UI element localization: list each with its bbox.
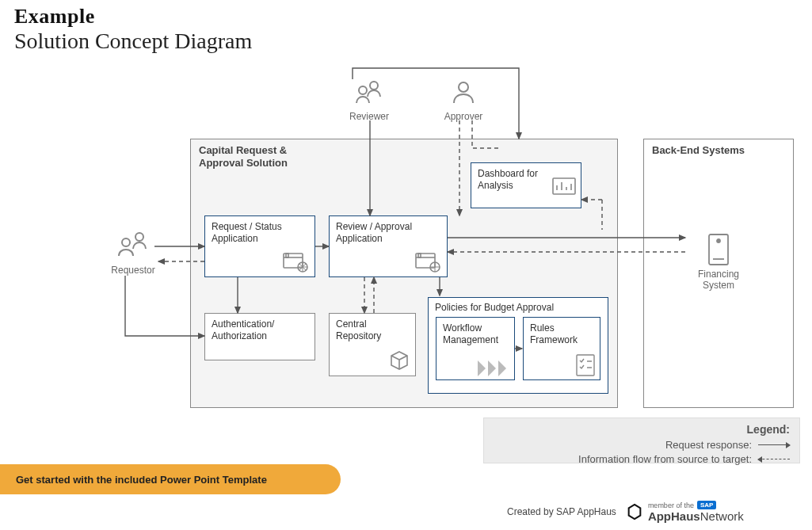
server-icon <box>708 234 729 265</box>
requestor-label: Requestor <box>101 265 165 276</box>
card-dashboard-label: Dashboard for Analysis <box>478 168 541 192</box>
footer-member-of: member of the <box>648 501 694 509</box>
chevrons-right-icon <box>478 360 509 376</box>
card-auth: Authentication/ Authorization <box>204 313 315 360</box>
card-request-status: Request / Status Application <box>204 215 315 277</box>
legend-info-flow: Information flow from source to target: <box>578 453 752 465</box>
reviewer-label: Reviewer <box>337 111 401 122</box>
cta-get-started-label: Get started with the included Power Poin… <box>16 474 267 486</box>
card-rules: Rules Framework <box>523 317 600 380</box>
approver-user-icon <box>449 79 478 108</box>
hexagon-icon <box>626 503 643 520</box>
web-app-icon <box>283 253 310 273</box>
footer-brand-bold: AppHaus <box>648 509 700 523</box>
svg-rect-14 <box>577 355 594 376</box>
approver-label: Approver <box>432 111 495 122</box>
solution-container-title: Capital Request & Approval Solution <box>199 144 310 170</box>
card-review-approval: Review / Approval Application <box>329 215 448 277</box>
svg-point-2 <box>459 82 468 92</box>
legend-title: Legend: <box>494 423 790 436</box>
policies-group-title: Policies for Budget Approval <box>429 298 608 317</box>
svg-rect-7 <box>286 254 288 257</box>
legend-solid-arrow-icon <box>758 444 790 445</box>
cube-icon <box>388 350 410 372</box>
reviewer-users-icon <box>352 79 387 108</box>
analytics-icon <box>552 177 576 196</box>
card-workflow: Workflow Management <box>436 317 515 380</box>
page-title: Solution Concept Diagram <box>14 29 252 54</box>
svg-point-16 <box>717 239 720 242</box>
footer-created-by: Created by SAP AppHaus <box>507 506 616 517</box>
svg-rect-11 <box>418 254 421 257</box>
svg-point-0 <box>370 82 378 90</box>
checklist-icon <box>576 354 595 376</box>
header-example: Example <box>14 5 252 29</box>
legend-dashed-arrow-icon <box>758 459 790 459</box>
card-central-repo-label: Central Repository <box>336 318 409 342</box>
requestor-users-icon <box>114 230 152 261</box>
backend-container-title: Back-End Systems <box>652 144 745 157</box>
card-workflow-label: Workflow Management <box>443 322 508 346</box>
financing-system: Financing System <box>689 234 748 291</box>
card-central-repo: Central Repository <box>329 313 416 376</box>
card-request-status-label: Request / Status Application <box>212 221 308 245</box>
web-app-icon <box>415 253 442 273</box>
sap-badge: SAP <box>697 501 716 509</box>
footer-brand-light: Network <box>700 509 744 523</box>
apphaus-network-badge: member of the SAP AppHausNetwork <box>626 501 744 523</box>
card-auth-label: Authentication/ Authorization <box>212 318 308 342</box>
financing-system-label: Financing System <box>689 269 748 291</box>
svg-point-4 <box>122 238 130 246</box>
card-dashboard: Dashboard for Analysis <box>471 162 581 208</box>
card-rules-label: Rules Framework <box>530 322 593 346</box>
legend: Legend: Request response: Information fl… <box>483 418 800 463</box>
cta-get-started[interactable]: Get started with the included Power Poin… <box>0 464 341 494</box>
legend-request-response: Request response: <box>665 439 752 451</box>
card-review-approval-label: Review / Approval Application <box>336 221 440 245</box>
svg-point-3 <box>135 233 143 241</box>
svg-point-1 <box>359 86 367 94</box>
